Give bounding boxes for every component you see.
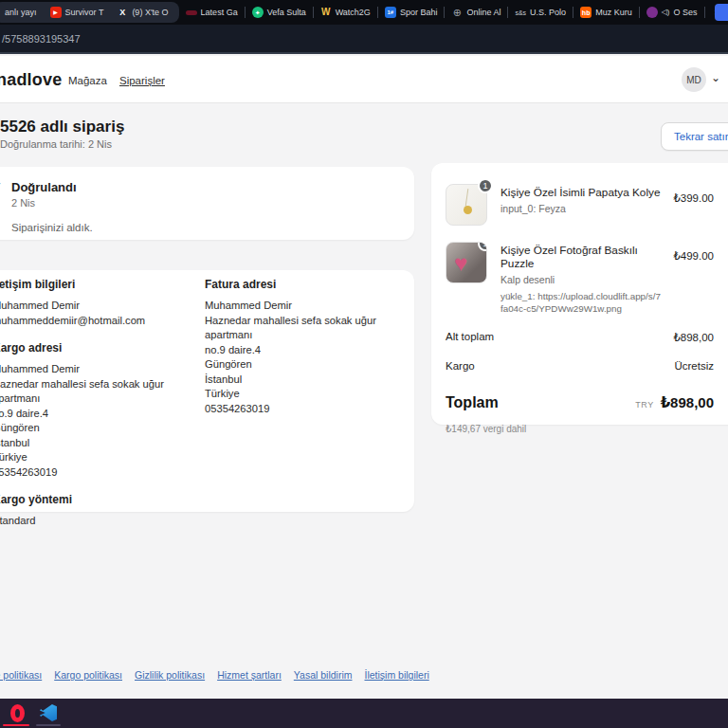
shipping-line: İstanbul bbox=[0, 436, 197, 451]
account-menu[interactable]: MD ⌄ bbox=[682, 67, 720, 92]
tab-o-ses[interactable]: ◁) O Ses bbox=[640, 2, 704, 23]
item-details: Kişiye Özel Fotoğraf Baskılı Puzzle Kalp… bbox=[500, 242, 661, 315]
item-title: Kişiye Özel Fotoğraf Baskılı Puzzle bbox=[500, 244, 661, 270]
tab-muz-kurusu[interactable]: hb Muz Kuru bbox=[573, 2, 639, 23]
item-title: Kişiye Özel İsimli Papatya Kolye bbox=[500, 186, 661, 199]
shipping-line: Türkiye bbox=[0, 450, 197, 465]
opera-active-indicator bbox=[3, 724, 29, 726]
shipping-phone: 05354263019 bbox=[0, 465, 197, 481]
tab-survivor[interactable]: ▶ Survivor T bbox=[44, 2, 111, 23]
taskbar bbox=[0, 699, 728, 728]
line-item: 1 Kişiye Özel İsimli Papatya Kolye input… bbox=[446, 184, 714, 226]
vscode-icon[interactable] bbox=[38, 702, 59, 723]
tab-label: Survivor T bbox=[65, 8, 104, 17]
subtotal-label: Alt toplam bbox=[446, 331, 494, 344]
tab-label: Spor Bahi bbox=[400, 8, 438, 17]
billing-line: İstanbul bbox=[205, 373, 408, 388]
currency-code: TRY bbox=[635, 400, 653, 410]
necklace-chain bbox=[465, 189, 469, 207]
globe-icon: ⊕ bbox=[451, 7, 463, 18]
billing-line: Güngören bbox=[205, 357, 408, 373]
shop-header: nadlove Mağaza Siparişler MD ⌄ bbox=[0, 56, 728, 103]
customer-info-card: İletişim bilgileri Muhammed Demir muhamm… bbox=[0, 270, 414, 512]
check-icon: ✓ bbox=[0, 179, 3, 194]
footer: İade politikası Kargo politikası Gizlili… bbox=[0, 669, 429, 681]
shipping-line: Güngören bbox=[0, 421, 197, 436]
tab-us-polo[interactable]: s&s U.S. Polo bbox=[508, 2, 573, 23]
footer-link-yasal[interactable]: Yasal bildirim bbox=[294, 669, 353, 681]
tax-included-note: ₺149,67 vergi dahil bbox=[446, 424, 714, 434]
footer-link-kargo[interactable]: Kargo politikası bbox=[54, 669, 122, 681]
quantity-badge: 1 bbox=[478, 178, 493, 193]
tab-watch2gether[interactable]: W Watch2G bbox=[314, 2, 377, 23]
shipping-line: no.9 daire.4 bbox=[0, 407, 197, 422]
spor-bahis-icon: 1# bbox=[385, 7, 396, 18]
latest-games-icon bbox=[186, 10, 197, 15]
shop-logo[interactable]: nadlove bbox=[0, 70, 62, 90]
info-column-right: Fatura adresi Muhammed Demir Haznedar ma… bbox=[205, 278, 408, 416]
tab-label: O Ses bbox=[673, 8, 697, 17]
x-logo-icon: X bbox=[117, 7, 128, 18]
status-date: 2 Nis bbox=[11, 197, 414, 209]
tab-x[interactable]: X (9) X'te O bbox=[110, 2, 174, 23]
shipping-line: Muhammed Demir bbox=[0, 362, 197, 377]
status-message: Siparişinizi aldık. bbox=[11, 222, 414, 233]
nav-siparisler[interactable]: Siparişler bbox=[119, 75, 165, 86]
shipping-label: Kargo bbox=[446, 360, 475, 372]
tab-label: U.S. Polo bbox=[530, 8, 566, 17]
shipping-value: Ücretsiz bbox=[674, 360, 714, 372]
polo-icon: s&s bbox=[515, 7, 526, 18]
billing-line: Muhammed Demir bbox=[205, 299, 408, 314]
nav-magaza[interactable]: Mağaza bbox=[68, 75, 107, 86]
billing-line: no.9 daire.4 bbox=[205, 343, 408, 358]
billing-line: Haznedar mahallesi sefa sokak uğur apart… bbox=[205, 314, 408, 343]
active-tab-indicator[interactable] bbox=[715, 4, 728, 21]
order-status-card: Doğrulandı 2 Nis Siparişinizi aldık. bbox=[0, 167, 414, 240]
item-price: ₺399.00 bbox=[674, 184, 715, 226]
tab-canli-yayin[interactable]: anlı yayı bbox=[0, 2, 44, 23]
vefa-icon: ✦ bbox=[252, 7, 264, 18]
tab-spor-bahis[interactable]: 1# Spor Bahi bbox=[378, 2, 445, 23]
order-summary-card: 1 Kişiye Özel İsimli Papatya Kolye input… bbox=[431, 163, 728, 425]
shipping-line: Haznedar mahallesi sefa sokak uğur apart… bbox=[0, 377, 197, 407]
tab-label: (9) X'te O bbox=[132, 8, 168, 17]
total-row: Toplam TRY ₺898,00 bbox=[446, 394, 714, 411]
shipping-row: Kargo Ücretsiz bbox=[446, 360, 714, 372]
chevron-down-icon: ⌄ bbox=[711, 71, 720, 84]
item-property: Kalp desenli bbox=[500, 274, 661, 285]
footer-link-iade[interactable]: İade politikası bbox=[0, 669, 42, 681]
avatar[interactable]: MD bbox=[682, 67, 706, 92]
speaker-icon: ◁) bbox=[662, 7, 670, 18]
tab-latest-games[interactable]: Latest Ga bbox=[179, 2, 245, 23]
order-confirmed-date: Doğrulanma tarihi: 2 Nis bbox=[0, 138, 112, 150]
heart-shape: ♥ bbox=[454, 252, 467, 275]
subtotal-value: ₺898,00 bbox=[674, 331, 715, 344]
tab-online-alisveris[interactable]: ⊕ Online Al bbox=[445, 2, 507, 23]
necklace-pendant bbox=[464, 206, 472, 214]
url-text[interactable]: /5758893195347 bbox=[2, 33, 81, 45]
shipping-method-heading: Kargo yöntemi bbox=[0, 493, 197, 506]
footer-link-iletisim[interactable]: İletişim bilgileri bbox=[364, 669, 428, 681]
contact-email: muhammeddemiir@hotmail.com bbox=[0, 314, 197, 329]
vscode-indicator bbox=[36, 724, 61, 726]
page-title: 5526 adlı sipariş bbox=[0, 118, 124, 136]
tab-vefa-sultan[interactable]: ✦ Vefa Sulta bbox=[246, 2, 313, 23]
status-title: Doğrulandı bbox=[11, 180, 414, 194]
footer-link-hizmet[interactable]: Hizmet şartları bbox=[217, 669, 282, 681]
contact-name: Muhammed Demir bbox=[0, 299, 197, 314]
total-value: ₺898,00 bbox=[661, 394, 714, 411]
shipping-method: Standard bbox=[0, 514, 197, 529]
hepsiburada-icon: hb bbox=[580, 7, 592, 18]
total-label: Toplam bbox=[446, 394, 499, 411]
browser-address-bar[interactable]: /5758893195347 bbox=[0, 25, 728, 54]
reorder-button[interactable]: Tekrar satın al bbox=[661, 122, 728, 151]
billing-phone: 05354263019 bbox=[205, 402, 408, 417]
opera-icon[interactable] bbox=[7, 702, 27, 723]
footer-link-gizlilik[interactable]: Gizlilik politikası bbox=[135, 669, 205, 681]
quantity-badge: 1 bbox=[478, 242, 487, 251]
o-ses-icon bbox=[646, 7, 658, 18]
item-price: ₺499.00 bbox=[674, 242, 715, 315]
info-column-left: İletişim bilgileri Muhammed Demir muhamm… bbox=[0, 278, 197, 529]
item-details: Kişiye Özel İsimli Papatya Kolye input_0… bbox=[500, 184, 661, 226]
watch2gether-icon: W bbox=[320, 7, 332, 18]
